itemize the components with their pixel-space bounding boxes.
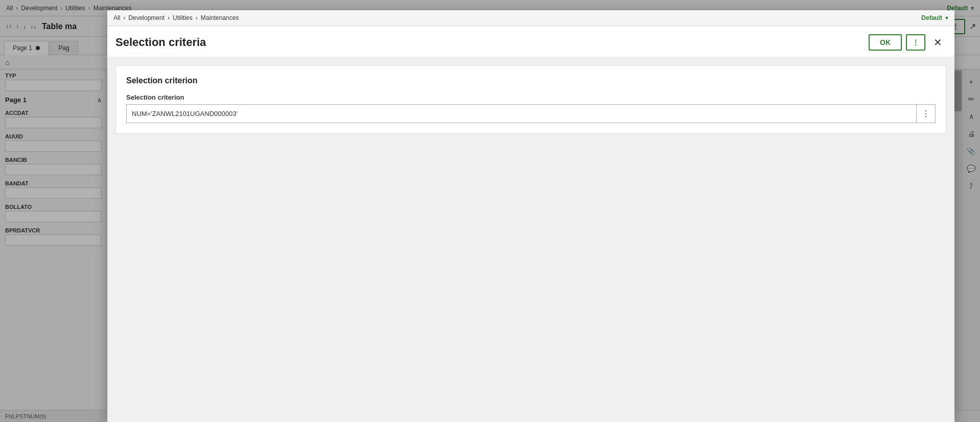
modal-body: Selection criterion Selection criterion … [107, 57, 954, 422]
modal-default-dropdown[interactable]: ▾ [945, 14, 948, 21]
modal-close-button[interactable]: ✕ [929, 34, 946, 51]
modal-sep-3: › [196, 14, 198, 21]
modal-breadcrumb-all[interactable]: All [113, 14, 120, 21]
modal-sep-1: › [123, 14, 125, 21]
criteria-card-title: Selection criterion [126, 76, 936, 85]
modal-breadcrumb-utilities[interactable]: Utilities [173, 14, 193, 21]
modal-more-button[interactable]: ⋮ [906, 34, 925, 51]
criteria-card: Selection criterion Selection criterion … [115, 65, 946, 134]
criteria-input-row: ⋮ [126, 104, 936, 123]
criteria-input-field[interactable] [127, 106, 916, 122]
modal-breadcrumb-development[interactable]: Development [128, 14, 165, 21]
criteria-input-more-button[interactable]: ⋮ [916, 105, 935, 123]
modal-sep-2: › [168, 14, 170, 21]
modal-ok-button[interactable]: OK [869, 34, 902, 51]
modal-default-label: Default [921, 14, 942, 21]
modal-dialog: All › Development › Utilities › Maintena… [107, 10, 954, 422]
modal-header-bar: All › Development › Utilities › Maintena… [107, 10, 954, 26]
modal-title: Selection criteria [115, 36, 869, 49]
modal-title-bar: Selection criteria OK ⋮ ✕ [107, 26, 954, 57]
modal-breadcrumb-maintenances[interactable]: Maintenances [201, 14, 239, 21]
criteria-label: Selection criterion [126, 93, 936, 101]
